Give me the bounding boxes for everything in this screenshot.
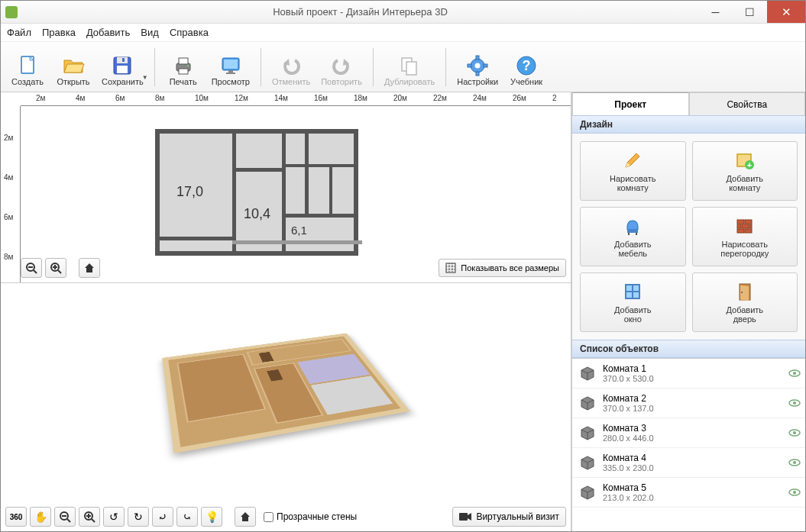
svg-rect-12 xyxy=(226,73,235,74)
object-list-item[interactable]: Комната 5213.0 x 202.0 xyxy=(572,478,805,508)
zoom-out-button[interactable] xyxy=(21,258,42,278)
visibility-icon[interactable] xyxy=(788,488,799,496)
toolbar-settings-button[interactable]: Настройки xyxy=(452,45,503,89)
visibility-icon[interactable] xyxy=(788,399,799,407)
object-name: Комната 2 xyxy=(603,393,782,404)
light-button[interactable]: 💡 xyxy=(201,507,222,527)
home-button[interactable] xyxy=(79,258,100,278)
svg-point-69 xyxy=(793,461,796,464)
transparent-walls-toggle[interactable]: Прозрачные стены xyxy=(264,511,357,522)
camera-icon xyxy=(459,512,471,521)
svg-rect-42 xyxy=(459,513,468,521)
svg-rect-47 xyxy=(628,233,630,235)
toolbar-save-label: Сохранить xyxy=(102,77,144,86)
add-window-button[interactable]: Добавитьокно xyxy=(580,272,686,332)
svg-rect-49 xyxy=(737,220,744,224)
page-icon xyxy=(15,54,40,77)
svg-rect-11 xyxy=(228,70,233,73)
visibility-icon[interactable] xyxy=(788,459,799,466)
draw-wall-button[interactable]: Нарисоватьперегородку xyxy=(692,207,798,266)
show-dimensions-label: Показывать все размеры xyxy=(461,263,559,272)
plan-canvas[interactable]: 17,0 10,4 6,1 xyxy=(21,106,571,282)
home-3d-button[interactable] xyxy=(235,507,256,527)
add-door-button[interactable]: Добавитьдверь xyxy=(692,272,798,332)
tilt-down-button[interactable]: ⤿ xyxy=(176,507,198,527)
object-dimensions: 335.0 x 230.0 xyxy=(603,463,782,472)
menu-file[interactable]: Файл xyxy=(7,27,31,38)
menu-add[interactable]: Добавить xyxy=(86,27,130,38)
chair-icon xyxy=(622,215,643,237)
visibility-icon[interactable] xyxy=(788,429,799,437)
svg-rect-30 xyxy=(446,263,455,272)
svg-rect-18 xyxy=(476,72,479,76)
plan-2d-area[interactable]: 2м4м6м8м10м12м14м16м18м20м22м24м26м2 2м4… xyxy=(1,92,571,283)
close-button[interactable]: ✕ xyxy=(767,1,805,23)
section-objects-header: Список объектов xyxy=(572,340,805,358)
toolbar-print-button[interactable]: Печать xyxy=(161,45,206,89)
svg-point-16 xyxy=(475,63,481,68)
add-furn-button[interactable]: Добавитьмебель xyxy=(580,207,686,266)
draw-room-button[interactable]: Нарисоватькомнату xyxy=(580,141,686,201)
design-buttons-grid: Нарисоватькомнату+ДобавитькомнатуДобавит… xyxy=(572,134,805,340)
model-3d[interactable] xyxy=(169,306,383,459)
object-list-item[interactable]: Комната 4335.0 x 230.0 xyxy=(572,448,805,478)
toolbar-dup-label: Дублировать xyxy=(384,77,435,86)
toolbar-create-button[interactable]: Создать xyxy=(5,45,50,89)
floorplan[interactable]: 17,0 10,4 6,1 xyxy=(155,129,358,256)
svg-rect-17 xyxy=(476,56,479,60)
zoom-in-3d-button[interactable] xyxy=(79,507,100,527)
object-dimensions: 370.0 x 137.0 xyxy=(603,404,782,413)
menu-edit[interactable]: Правка xyxy=(42,27,76,38)
svg-rect-50 xyxy=(745,220,752,224)
disk-icon xyxy=(109,54,135,77)
show-dimensions-button[interactable]: Показывать все размеры xyxy=(439,259,566,277)
rotate-left-button[interactable]: ↺ xyxy=(103,507,125,527)
svg-point-65 xyxy=(793,401,796,405)
toolbar-help-button[interactable]: ?Учебник xyxy=(504,45,549,89)
add-room-button[interactable]: +Добавитькомнату xyxy=(692,141,798,201)
rotate-360-button[interactable]: 360 xyxy=(5,507,27,527)
undo-icon xyxy=(278,54,304,77)
object-dimensions: 213.0 x 202.0 xyxy=(603,493,782,502)
transparent-walls-checkbox[interactable] xyxy=(264,512,274,522)
cube-icon xyxy=(578,485,597,500)
svg-point-63 xyxy=(793,372,796,375)
pencil-icon xyxy=(622,150,643,171)
svg-rect-55 xyxy=(745,229,752,233)
zoom-out-3d-button[interactable] xyxy=(54,507,76,527)
maximize-button[interactable]: ☐ xyxy=(733,1,767,23)
cube-icon xyxy=(578,395,597,411)
menu-help[interactable]: Справка xyxy=(170,27,209,38)
zoom-in-button[interactable] xyxy=(45,258,66,278)
virtual-visit-button[interactable]: Виртуальный визит xyxy=(452,507,566,527)
toolbar-preview-button[interactable]: Просмотр xyxy=(207,45,254,89)
room-label-2: 10,4 xyxy=(244,206,270,222)
menu-view[interactable]: Вид xyxy=(141,27,159,38)
svg-line-24 xyxy=(34,270,37,273)
door-icon xyxy=(734,281,756,302)
add-furn-label: Добавитьмебель xyxy=(614,240,652,258)
svg-line-39 xyxy=(92,519,95,522)
tab-project[interactable]: Проект xyxy=(572,92,689,115)
object-list-item[interactable]: Комната 1370.0 x 530.0 xyxy=(572,359,805,389)
rotate-right-button[interactable]: ↻ xyxy=(128,507,149,527)
titlebar: Новый проект - Дизайн Интерьера 3D ─ ☐ ✕ xyxy=(1,1,805,24)
object-list-item[interactable]: Комната 3280.0 x 446.0 xyxy=(572,418,805,448)
pan-button[interactable]: ✋ xyxy=(30,507,51,527)
cube-icon xyxy=(578,366,597,381)
add-door-label: Добавитьдверь xyxy=(726,305,763,324)
toolbar: СоздатьОткрытьСохранить▼ПечатьПросмотрОт… xyxy=(1,42,805,92)
app-icon xyxy=(5,6,18,18)
view-3d-area[interactable]: 360 ✋ ↺ ↻ ⤾ ⤿ 💡 Прозрачные стены Виртуал… xyxy=(1,283,571,531)
panel-tabs: Проект Свойства xyxy=(572,92,805,115)
ruler-vertical: 2м4м6м8м xyxy=(1,106,21,282)
toolbar-open-button[interactable]: Открыть xyxy=(51,45,95,89)
toolbar-save-button[interactable]: Сохранить▼ xyxy=(97,45,148,89)
visibility-icon[interactable] xyxy=(788,369,799,377)
object-list[interactable]: Комната 1370.0 x 530.0 Комната 2370.0 x … xyxy=(572,358,805,531)
object-list-item[interactable]: Комната 2370.0 x 137.0 xyxy=(572,389,805,418)
tilt-up-button[interactable]: ⤾ xyxy=(152,507,173,527)
minimize-button[interactable]: ─ xyxy=(698,1,733,23)
svg-line-27 xyxy=(58,270,61,273)
tab-properties[interactable]: Свойства xyxy=(689,92,806,115)
